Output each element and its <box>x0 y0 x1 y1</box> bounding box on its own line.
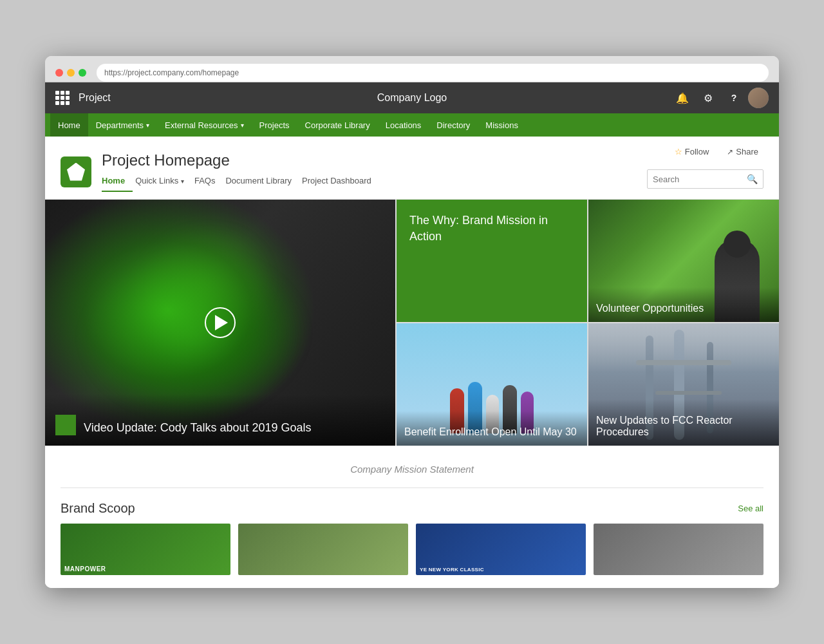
bell-icon: 🔔 <box>676 92 689 104</box>
company-logo: Company Logo <box>377 92 447 104</box>
mission-statement: Company Mission Statement <box>61 446 763 488</box>
volunteer-tile[interactable]: Volunteer Opportunities <box>588 200 779 322</box>
sub-nav: Home Quick Links ▾ FAQs Document Library… <box>102 172 647 192</box>
site-icon <box>61 156 91 187</box>
browser-chrome: https://project.company.com/homepage <box>45 56 779 82</box>
benefit-enrollment-tile[interactable]: Benefit Enrollment Open Until May 30 <box>397 323 587 446</box>
scoop-card-1[interactable]: MANPOWER <box>61 524 230 575</box>
nav-bar: Home Departments ▾ External Resources ▾ … <box>45 113 779 137</box>
site-title-area: Project Homepage Home Quick Links ▾ FAQs… <box>102 151 647 192</box>
scoop-card-3[interactable]: YE NEW YORK CLASSIC <box>416 524 586 575</box>
chevron-down-icon: ▾ <box>241 122 244 129</box>
share-button[interactable]: ↗ Share <box>722 144 763 159</box>
content-area: Company Mission Statement Brand Scoop Se… <box>45 446 779 588</box>
caption-icon <box>55 415 76 435</box>
brand-scoop-title: Brand Scoop <box>61 501 135 516</box>
maximize-button[interactable] <box>79 69 86 77</box>
url-text: https://project.company.com/homepage <box>104 68 239 77</box>
settings-button[interactable]: ⚙ <box>697 86 720 109</box>
gear-icon: ⚙ <box>704 92 713 104</box>
video-title: Video Update: Cody Talks about 2019 Goal… <box>84 421 312 435</box>
close-button[interactable] <box>55 69 63 77</box>
notifications-button[interactable]: 🔔 <box>671 86 694 109</box>
browser-body: Project Company Logo 🔔 ⚙ ? Home <box>45 82 779 588</box>
traffic-lights <box>55 69 86 77</box>
sub-nav-project-dashboard[interactable]: Project Dashboard <box>302 172 379 192</box>
hero-grid: Video Update: Cody Talks about 2019 Goal… <box>45 200 779 446</box>
play-button[interactable] <box>205 307 236 338</box>
nav-item-external-resources[interactable]: External Resources ▾ <box>157 113 251 137</box>
scoop-card-1-label: MANPOWER <box>64 565 106 573</box>
search-icon: 🔍 <box>747 174 758 184</box>
nav-item-directory[interactable]: Directory <box>429 113 478 137</box>
share-icon: ↗ <box>727 147 733 156</box>
nav-item-departments[interactable]: Departments ▾ <box>88 113 157 137</box>
nav-item-locations[interactable]: Locations <box>378 113 429 137</box>
app-title: Project <box>79 92 111 104</box>
minimize-button[interactable] <box>67 69 75 77</box>
search-input[interactable] <box>653 175 743 184</box>
sub-nav-home[interactable]: Home <box>102 172 133 192</box>
question-icon: ? <box>731 93 737 103</box>
brand-scoop-cards: MANPOWER YE NEW YORK CLASSIC <box>61 524 763 588</box>
sub-nav-document-library[interactable]: Document Library <box>225 172 299 192</box>
benefit-caption: Benefit Enrollment Open Until May 30 <box>397 411 587 446</box>
see-all-link[interactable]: See all <box>738 504 763 513</box>
follow-button[interactable]: ☆ Follow <box>670 144 715 159</box>
brand-mission-title: The Why: Brand Mission in Action <box>409 213 574 245</box>
nav-item-home[interactable]: Home <box>50 113 88 137</box>
site-actions: ☆ Follow ↗ Share <box>670 144 763 164</box>
nav-item-projects[interactable]: Projects <box>252 113 297 137</box>
help-button[interactable]: ? <box>722 86 745 109</box>
star-icon: ☆ <box>675 147 682 156</box>
chevron-down-icon: ▾ <box>146 122 149 129</box>
play-icon <box>215 315 228 330</box>
fcc-reactor-tile[interactable]: New Updates to FCC Reactor Procedures <box>588 323 779 446</box>
top-bar: Project Company Logo 🔔 ⚙ ? <box>45 82 779 113</box>
apps-icon[interactable] <box>55 91 70 105</box>
fcc-caption: New Updates to FCC Reactor Procedures <box>588 399 779 446</box>
video-tile[interactable]: Video Update: Cody Talks about 2019 Goal… <box>45 200 395 446</box>
brand-scoop-header: Brand Scoop See all <box>61 488 763 524</box>
avatar[interactable] <box>748 88 769 108</box>
sub-nav-quick-links[interactable]: Quick Links ▾ <box>135 172 192 192</box>
avatar-image <box>748 88 769 108</box>
address-bar[interactable]: https://project.company.com/homepage <box>97 64 769 82</box>
site-title: Project Homepage <box>102 151 647 169</box>
brand-mission-tile[interactable]: The Why: Brand Mission in Action <box>397 200 587 322</box>
top-bar-actions: 🔔 ⚙ ? <box>671 86 769 109</box>
scoop-card-3-label: YE NEW YORK CLASSIC <box>420 567 484 573</box>
nav-item-missions[interactable]: Missions <box>478 113 526 137</box>
volunteer-caption: Volunteer Opportunities <box>588 287 779 322</box>
search-box[interactable]: 🔍 <box>647 169 763 189</box>
video-caption: Video Update: Cody Talks about 2019 Goal… <box>45 394 395 446</box>
scoop-card-4[interactable] <box>594 524 763 575</box>
nav-item-corporate-library[interactable]: Corporate Library <box>297 113 378 137</box>
chevron-down-icon: ▾ <box>181 178 184 185</box>
sub-nav-faqs[interactable]: FAQs <box>194 172 223 192</box>
pentagon-icon <box>67 163 85 181</box>
scoop-card-2[interactable] <box>238 524 408 575</box>
site-header: Project Homepage Home Quick Links ▾ FAQs… <box>45 137 779 200</box>
